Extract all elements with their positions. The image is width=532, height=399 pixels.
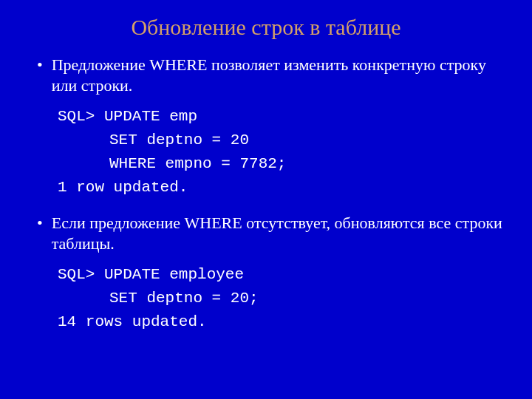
code-line: SQL> UPDATE emp	[58, 105, 510, 129]
slide-content: • Предложение WHERE позволяет изменить к…	[22, 55, 510, 334]
code-line: 1 row updated.	[58, 176, 510, 200]
bullet-marker-icon: •	[37, 213, 43, 233]
code-block: SQL> UPDATE employee SET deptno = 20; 14…	[58, 263, 510, 334]
code-block: SQL> UPDATE emp SET deptno = 20 WHERE em…	[58, 105, 510, 200]
bullet-text: Если предложение WHERE отсутствует, обно…	[52, 213, 510, 254]
bullet-item: • Предложение WHERE позволяет изменить к…	[37, 55, 510, 96]
code-line: WHERE empno = 7782;	[58, 152, 510, 176]
code-line: SET deptno = 20;	[58, 287, 510, 310]
slide-container: Обновление строк в таблице • Предложение…	[0, 0, 532, 362]
code-line: SET deptno = 20	[58, 129, 510, 152]
bullet-text: Предложение WHERE позволяет изменить кон…	[52, 55, 510, 96]
slide-title: Обновление строк в таблице	[22, 15, 510, 40]
code-line: SQL> UPDATE employee	[58, 263, 510, 287]
bullet-marker-icon: •	[37, 55, 43, 75]
bullet-item: • Если предложение WHERE отсутствует, об…	[37, 213, 510, 254]
code-line: 14 rows updated.	[58, 310, 510, 334]
